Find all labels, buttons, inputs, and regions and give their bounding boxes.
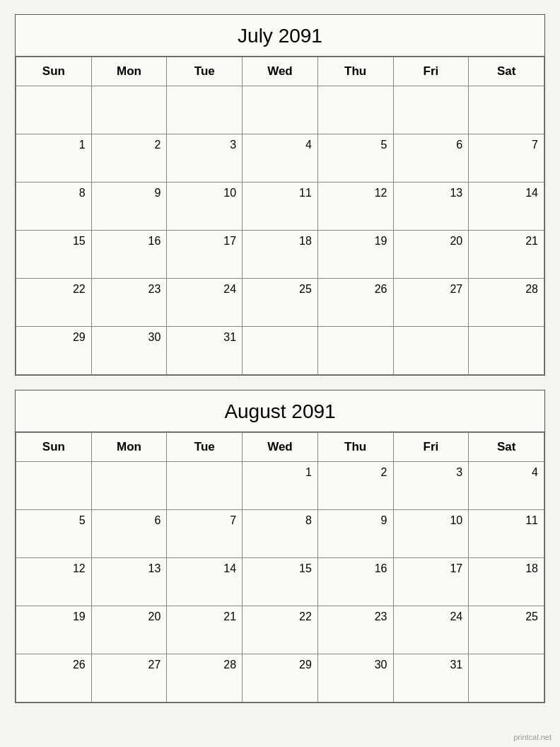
calendar-day: 11	[243, 183, 318, 231]
calendar-day: 30	[317, 654, 393, 702]
calendar-day: 12	[317, 183, 393, 231]
calendar-day: 12	[16, 558, 92, 606]
calendar-day: 5	[16, 510, 92, 558]
calendar-day: 2	[317, 462, 393, 510]
day-header: Sun	[16, 433, 92, 462]
day-header: Sun	[16, 57, 92, 86]
calendar-day: 13	[91, 558, 167, 606]
calendar-day: 6	[393, 134, 469, 183]
calendar-day	[91, 462, 167, 510]
calendar-day: 13	[393, 183, 469, 231]
calendar-day	[393, 86, 469, 134]
calendar-day	[167, 86, 243, 134]
calendar-day: 16	[317, 558, 393, 606]
calendar-table: SunMonTueWedThuFriSat1234567891011121314…	[16, 432, 544, 702]
calendar-day	[91, 86, 167, 134]
calendar-day: 8	[243, 510, 318, 558]
calendar-day: 6	[91, 510, 167, 558]
calendar-day: 15	[16, 231, 92, 279]
day-header: Mon	[91, 433, 167, 462]
calendar-day: 14	[469, 183, 544, 231]
day-header: Wed	[243, 433, 318, 462]
calendar-title: July 2091	[16, 15, 544, 57]
calendar-day	[16, 86, 92, 134]
calendar-day: 7	[469, 134, 544, 183]
calendar-day	[317, 327, 393, 375]
calendar-day	[243, 86, 318, 134]
calendar-day: 24	[167, 279, 243, 327]
calendar-day	[16, 462, 92, 510]
calendar-day	[469, 327, 544, 375]
calendar-day: 2	[91, 134, 167, 183]
day-header: Fri	[393, 57, 469, 86]
watermark: printcal.net	[513, 733, 552, 741]
calendar-day: 4	[469, 462, 544, 510]
day-header: Fri	[393, 433, 469, 462]
calendar-day: 30	[91, 327, 167, 375]
calendar-day: 19	[16, 606, 92, 654]
calendar-july-2091: July 2091SunMonTueWedThuFriSat1234567891…	[15, 14, 545, 376]
day-header: Sat	[469, 433, 544, 462]
calendar-title: August 2091	[16, 390, 544, 432]
calendar-day: 24	[393, 606, 469, 654]
calendar-day: 22	[16, 279, 92, 327]
calendar-day	[167, 462, 243, 510]
calendar-day: 19	[317, 231, 393, 279]
calendar-day: 15	[243, 558, 318, 606]
calendar-day: 31	[167, 327, 243, 375]
calendar-day: 7	[167, 510, 243, 558]
calendar-day: 26	[16, 654, 92, 702]
calendar-day: 14	[167, 558, 243, 606]
calendar-day: 11	[469, 510, 544, 558]
calendar-day: 10	[393, 510, 469, 558]
calendar-day: 21	[167, 606, 243, 654]
calendar-day: 1	[243, 462, 318, 510]
calendar-day: 3	[167, 134, 243, 183]
calendar-day: 9	[317, 510, 393, 558]
day-header: Thu	[317, 57, 393, 86]
calendar-day: 25	[469, 606, 544, 654]
calendar-day: 28	[167, 654, 243, 702]
calendar-day	[469, 654, 544, 702]
calendar-day	[243, 327, 318, 375]
calendar-day: 18	[243, 231, 318, 279]
calendar-day: 31	[393, 654, 469, 702]
calendar-day: 18	[469, 558, 544, 606]
calendar-august-2091: August 2091SunMonTueWedThuFriSat12345678…	[15, 390, 545, 703]
calendar-day: 8	[16, 183, 92, 231]
day-header: Thu	[317, 433, 393, 462]
calendar-table: SunMonTueWedThuFriSat1234567891011121314…	[16, 57, 544, 375]
calendar-day: 27	[393, 279, 469, 327]
calendar-day	[393, 327, 469, 375]
calendar-day	[469, 86, 544, 134]
calendar-day: 20	[91, 606, 167, 654]
calendar-day: 29	[16, 327, 92, 375]
calendar-day: 4	[243, 134, 318, 183]
day-header: Wed	[243, 57, 318, 86]
calendar-day: 28	[469, 279, 544, 327]
calendar-day: 20	[393, 231, 469, 279]
calendar-day: 26	[317, 279, 393, 327]
day-header: Tue	[167, 57, 243, 86]
calendar-day: 17	[167, 231, 243, 279]
calendar-day: 16	[91, 231, 167, 279]
calendar-day: 22	[243, 606, 318, 654]
calendar-day: 1	[16, 134, 92, 183]
day-header: Mon	[91, 57, 167, 86]
calendar-day: 5	[317, 134, 393, 183]
calendar-day: 23	[91, 279, 167, 327]
day-header: Tue	[167, 433, 243, 462]
calendar-day: 10	[167, 183, 243, 231]
calendar-day: 3	[393, 462, 469, 510]
calendar-day: 21	[469, 231, 544, 279]
calendar-day: 27	[91, 654, 167, 702]
calendar-day	[317, 86, 393, 134]
day-header: Sat	[469, 57, 544, 86]
calendar-day: 23	[317, 606, 393, 654]
calendar-day: 17	[393, 558, 469, 606]
calendar-day: 29	[243, 654, 318, 702]
calendar-day: 25	[243, 279, 318, 327]
calendar-day: 9	[91, 183, 167, 231]
